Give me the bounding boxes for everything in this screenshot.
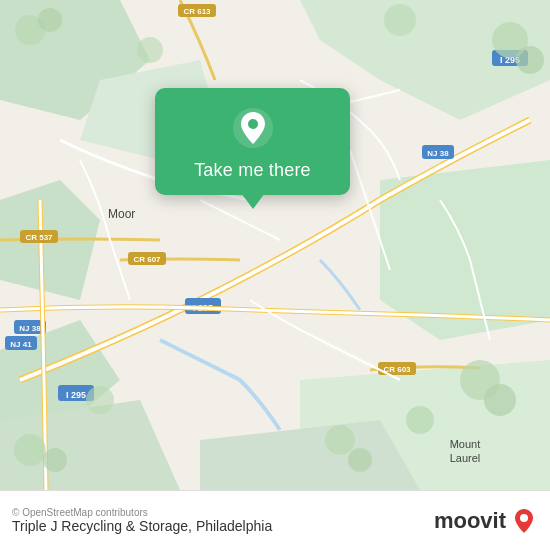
svg-point-48 <box>248 119 258 129</box>
popup-card: Take me there <box>155 88 350 195</box>
svg-point-43 <box>348 448 372 472</box>
svg-text:NJ 41: NJ 41 <box>10 340 32 349</box>
svg-text:CR 613: CR 613 <box>183 7 211 16</box>
map-background: I 295 I 295 NJ 38 NJ 38 NJ 41 I 295 CR 6… <box>0 0 550 490</box>
map-container: I 295 I 295 NJ 38 NJ 38 NJ 41 I 295 CR 6… <box>0 0 550 490</box>
take-me-there-button[interactable]: Take me there <box>194 160 311 181</box>
svg-text:NJ 38: NJ 38 <box>427 149 449 158</box>
svg-point-36 <box>516 46 544 74</box>
svg-text:NJ 38: NJ 38 <box>19 324 41 333</box>
info-bar: © OpenStreetMap contributors Triple J Re… <box>0 490 550 550</box>
svg-point-46 <box>86 386 114 414</box>
svg-text:Moor: Moor <box>108 207 135 221</box>
svg-point-44 <box>137 37 163 63</box>
copyright-text: © OpenStreetMap contributors <box>12 507 272 518</box>
svg-point-38 <box>484 384 516 416</box>
svg-point-34 <box>38 8 62 32</box>
svg-point-42 <box>325 425 355 455</box>
svg-text:I 295: I 295 <box>66 390 86 400</box>
location-pin-icon <box>231 106 275 150</box>
moovit-logo-icon <box>510 507 538 535</box>
moovit-logo-text: moovit <box>434 508 506 534</box>
svg-point-41 <box>43 448 67 472</box>
svg-text:CR 607: CR 607 <box>133 255 161 264</box>
svg-text:Laurel: Laurel <box>450 452 481 464</box>
svg-point-39 <box>406 406 434 434</box>
info-text-block: © OpenStreetMap contributors Triple J Re… <box>12 507 272 534</box>
svg-text:Mount: Mount <box>450 438 481 450</box>
svg-point-49 <box>520 514 528 522</box>
svg-text:CR 537: CR 537 <box>25 233 53 242</box>
svg-point-45 <box>384 4 416 36</box>
location-name: Triple J Recycling & Storage, Philadelph… <box>12 518 272 534</box>
moovit-logo: moovit <box>434 507 538 535</box>
svg-text:CR 603: CR 603 <box>383 365 411 374</box>
svg-point-40 <box>14 434 46 466</box>
